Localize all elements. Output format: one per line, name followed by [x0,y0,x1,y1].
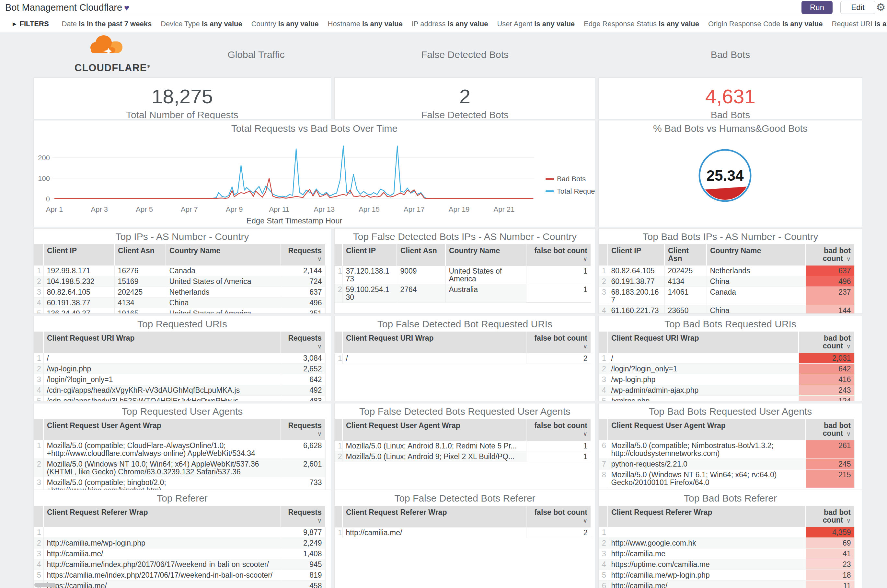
table-row[interactable]: 1192.99.8.17116276Canada2,144 [34,266,325,276]
column-header[interactable]: Client Asn [397,244,445,266]
count-cell[interactable]: 2,652 [281,364,325,374]
table-row[interactable]: 4http://camilia.me/index.php/2017/06/17/… [34,559,325,570]
count-cell[interactable]: 724 [281,276,325,287]
cell[interactable]: /login/?login_only=1 [44,374,281,385]
column-header[interactable]: Client IP [343,244,397,266]
table-row[interactable]: 3Mozilla/5.0 (compatible; bingbot/2.0; +… [34,477,325,490]
cell[interactable]: python-requests/2.21.0 [608,459,806,470]
table-row[interactable]: 1/2 [335,353,591,364]
table-row[interactable]: 1/3,084 [34,353,325,364]
cell[interactable]: http://camilia.me/ [343,528,526,538]
cell[interactable]: http://camilia.me/wp-login.php [608,570,806,580]
count-cell[interactable]: 642 [798,364,854,374]
cell[interactable]: 15169 [114,276,166,287]
column-header-sorted[interactable]: bad bot count ∨ [806,244,854,266]
table-row[interactable]: 4/wp-admin/admin-ajax.php243 [599,385,854,396]
column-header[interactable]: Client Request URI Wrap [44,332,281,353]
cell[interactable]: Australia [445,284,526,302]
count-cell[interactable]: 215 [806,470,854,488]
cell[interactable]: United States of America [166,308,281,314]
column-header[interactable]: Client Asn [664,244,707,266]
cell[interactable]: Netherlands [707,266,806,276]
count-cell[interactable]: 2 [526,528,591,538]
column-header-sorted[interactable]: bad bot count ∨ [806,506,854,527]
column-header-sorted[interactable]: Requests ∨ [281,332,325,353]
cell[interactable]: 202425 [114,287,166,297]
cell[interactable]: 202425 [664,266,707,276]
table-row[interactable]: 368.183.200.16714061Canada237 [599,287,854,305]
count-cell[interactable]: 237 [806,287,854,305]
column-header-sorted[interactable]: bad bot count ∨ [798,332,854,353]
cell[interactable] [44,527,281,538]
filter-item[interactable]: Device Type is any value [161,20,242,28]
table-row[interactable]: 4https://uptime.com/camilia.me23 [599,559,854,570]
cell[interactable]: http://camilia.me/ [44,549,281,559]
column-header[interactable]: Client Request User Agent Wrap [44,419,281,440]
count-cell[interactable]: 733 [281,477,325,490]
table-row[interactable]: 461.160.221.7323650China144 [599,305,854,314]
cell[interactable]: 4134 [664,276,707,287]
cell[interactable]: 80.82.64.105 [44,287,114,297]
cell[interactable]: 37.120.138.173 [343,266,397,284]
column-header[interactable]: Client IP [608,244,664,266]
cell[interactable]: 19165 [114,308,166,314]
cell[interactable]: Mozilla/5.0 (Linux; Android 8.1.0; Redmi… [343,441,526,452]
column-header[interactable]: Client Request Referer Wrap [343,506,526,528]
count-cell[interactable]: 483 [281,396,325,401]
count-cell[interactable]: 2,144 [281,266,325,276]
kpi-tile-false-detected-bots[interactable]: 2 False Detected Bots [335,78,595,119]
kpi-tile-total-requests[interactable]: 18,275 Total Number of Requests [34,78,331,119]
count-cell[interactable]: 144 [806,305,854,314]
cell[interactable]: Mozilla/5.0 (Windows NT 6.1; Win64; x64;… [608,470,806,488]
legend-item[interactable]: Total Requests [546,187,595,196]
table-row[interactable]: 1/2,031 [599,353,854,364]
cell[interactable]: Mozilla/5.0 (compatible; bingbot/2.0; +h… [44,477,281,490]
table-row[interactable]: 8Mozilla/5.0 (Windows NT 6.1; Win64; x64… [599,470,854,488]
run-button[interactable]: Run [801,1,833,14]
count-cell[interactable]: 3,084 [281,353,325,364]
count-cell[interactable]: 1 [526,266,591,284]
column-header[interactable]: Country Name [707,244,806,266]
cell[interactable]: 23650 [664,305,707,314]
cell[interactable]: http://www.google.com.hk [608,538,806,549]
table-row[interactable]: 6https://camilia.me/458 [34,580,325,588]
table-row[interactable]: 2Mozilla/5.0 (Windows NT 10.0; Win64; x6… [34,459,325,477]
table-row[interactable]: 137.120.138.1739009United States of Amer… [335,266,591,284]
filters-caret-icon[interactable]: ▶ [13,21,17,27]
count-cell[interactable]: 2,601 [281,459,325,477]
cell[interactable]: https://camilia.me/ [44,580,281,588]
count-cell[interactable]: 351 [281,308,325,314]
kpi-tile-bad-bots[interactable]: 4,631 Bad Bots [599,78,862,119]
table-row[interactable]: 2/login/?login_only=1642 [599,364,854,374]
cell[interactable]: Netherlands [166,287,281,297]
table-row[interactable]: 7python-requests/2.21.0245 [599,459,854,470]
column-header-sorted[interactable]: Requests ∨ [281,506,325,527]
count-cell[interactable]: 496 [806,276,854,287]
column-header[interactable]: Client IP [44,244,114,266]
count-cell[interactable]: 9,877 [281,527,325,538]
table-row[interactable]: 380.82.64.105202425Netherlands637 [34,287,325,297]
table-row[interactable]: 3/wp-login.php416 [599,374,854,385]
filter-item[interactable]: Request URI is any value [831,20,887,28]
cell[interactable]: 9009 [397,266,445,284]
count-cell[interactable]: 18 [806,570,854,580]
count-cell[interactable]: 1 [526,284,591,302]
cell[interactable]: /wp-login.php [44,364,281,374]
cell[interactable]: Mozilla/5.0 (compatible; CloudFlare-Alwa… [44,440,281,459]
cell[interactable]: 2764 [397,284,445,302]
cell[interactable]: /login/?login_only=1 [608,364,798,374]
column-header[interactable]: Country Name [166,244,281,266]
count-cell[interactable]: 1 [526,452,591,462]
table-row[interactable]: 3/login/?login_only=1642 [34,374,325,385]
count-cell[interactable]: 945 [281,559,325,570]
table-row[interactable]: 19,877 [34,527,325,538]
cell[interactable]: /cdn-cgi/apps/head/xVgyKhR-vV3dAUGhMqfBc… [44,385,281,396]
column-header[interactable]: Country Name [445,244,526,266]
table-row[interactable]: 3http://camilia.me/1,408 [34,549,325,559]
column-header-sorted[interactable]: false bot count ∨ [526,244,591,266]
table-row[interactable]: 5https://camilia.me/index.php/2017/06/17… [34,570,325,580]
column-header[interactable]: Client Asn [114,244,166,266]
count-cell[interactable]: 2,031 [798,353,854,364]
table-row[interactable]: 4/cdn-cgi/apps/head/xVgyKhR-vV3dAUGhMqfB… [34,385,325,396]
table-row[interactable]: 2/wp-login.php2,652 [34,364,325,374]
